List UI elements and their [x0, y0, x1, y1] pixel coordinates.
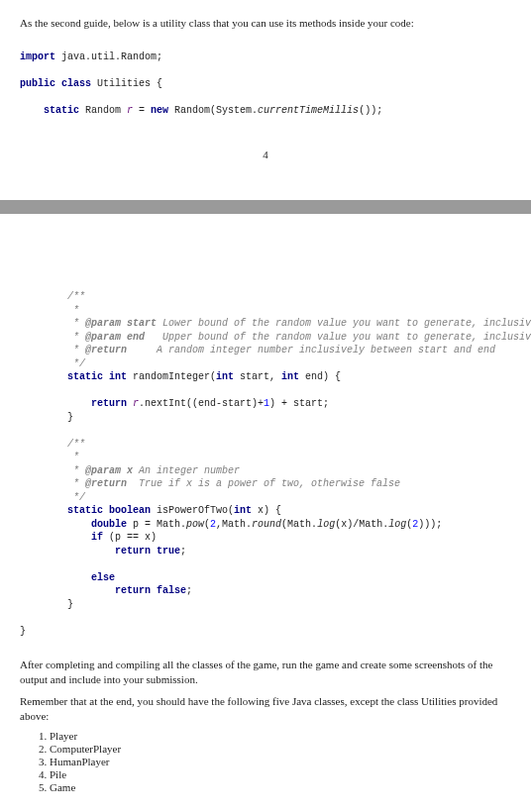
txt: pow: [186, 519, 204, 530]
kw: else: [20, 572, 115, 583]
txt: ) + start;: [269, 398, 329, 409]
txt: }: [20, 412, 73, 423]
comment: /**: [20, 291, 85, 302]
kw: static int: [67, 371, 133, 382]
d: Lower bound of the random value you want…: [162, 318, 531, 329]
page-number: 4: [20, 149, 511, 160]
t: @param: [85, 465, 127, 476]
txt: start,: [240, 371, 281, 382]
txt: ,Math.: [216, 519, 252, 530]
txt: java.util.Random;: [61, 51, 162, 62]
intro-text: As the second guide, below is a utility …: [20, 16, 511, 31]
field: r: [127, 105, 139, 116]
kw: double: [91, 519, 133, 530]
p: x: [127, 465, 139, 476]
c: *: [67, 345, 85, 355]
d: True if x is a power of two, otherwise f…: [139, 478, 400, 489]
txt: randomInteger(: [133, 371, 216, 382]
txt: =: [139, 105, 151, 116]
kw: int: [234, 505, 258, 516]
document-page-2: /** * * @param start Lower bound of the …: [0, 263, 531, 812]
kw: return true: [115, 546, 180, 557]
c: *: [67, 465, 85, 476]
comment: */: [20, 358, 85, 369]
txt: currentTimeMillis: [258, 105, 359, 116]
txt: ());: [359, 105, 382, 116]
kw: int: [216, 371, 240, 382]
kw: static: [44, 105, 85, 116]
c: *: [67, 478, 85, 489]
txt: x) {: [258, 505, 281, 516]
txt: log: [388, 519, 406, 530]
kw: import: [20, 51, 61, 62]
txt: Utilities {: [97, 78, 162, 89]
code-block-utilities-body: /** * * @param start Lower bound of the …: [20, 277, 511, 652]
t: @return: [85, 478, 139, 489]
list-item: Game: [50, 781, 511, 793]
txt: }: [20, 626, 26, 637]
txt: Random(System.: [174, 105, 258, 116]
txt: ;: [186, 585, 192, 596]
txt: }: [20, 599, 73, 610]
class-list: Player ComputerPlayer HumanPlayer Pile G…: [50, 730, 511, 793]
txt: )));: [418, 519, 442, 530]
t: @param: [85, 332, 127, 343]
kw: int: [281, 371, 305, 382]
txt: .nextInt((end-start)+: [139, 398, 264, 409]
kw: new: [151, 105, 174, 116]
comment: */: [20, 492, 85, 503]
kw: return false: [115, 585, 186, 596]
kw: if: [91, 532, 109, 543]
txt: Random: [85, 105, 127, 116]
kw: return: [91, 398, 133, 409]
d: An integer number: [139, 465, 240, 476]
txt: round: [252, 519, 281, 530]
list-item: HumanPlayer: [50, 756, 511, 767]
d: Upper bound of the random value you want…: [162, 332, 531, 343]
code-block-utilities-header: import java.util.Random; public class Ut…: [20, 37, 511, 131]
txt: ;: [180, 546, 186, 557]
txt: (p == x): [109, 532, 157, 543]
comment: *: [20, 305, 79, 316]
txt: end) {: [305, 371, 341, 382]
kw: static boolean: [67, 505, 157, 516]
code-block-pile: public class Pile { private int initialN…: [20, 805, 511, 812]
kw: public class: [20, 78, 97, 89]
d: A random integer number inclusively betw…: [157, 345, 495, 355]
list-item: Player: [50, 730, 511, 742]
p: start: [127, 318, 162, 329]
p: end: [127, 332, 162, 343]
list-item: Pile: [50, 768, 511, 780]
document-page: As the second guide, below is a utility …: [0, 0, 531, 188]
txt: (Math.: [281, 519, 317, 530]
c: *: [67, 332, 85, 343]
txt: isPowerOfTwo(: [157, 505, 234, 516]
after-text-1: After completing and compiling all the c…: [20, 658, 511, 688]
list-item: ComputerPlayer: [50, 743, 511, 755]
t: @return: [85, 345, 157, 355]
txt: log: [317, 519, 335, 530]
page-divider: [0, 200, 531, 214]
c: *: [67, 318, 85, 329]
txt: p = Math.: [133, 519, 186, 530]
t: @param: [85, 318, 127, 329]
comment: *: [20, 452, 79, 462]
after-text-2: Remember that at the end, you should hav…: [20, 694, 511, 725]
comment: /**: [20, 439, 85, 450]
txt: (x)/Math.: [335, 519, 388, 530]
